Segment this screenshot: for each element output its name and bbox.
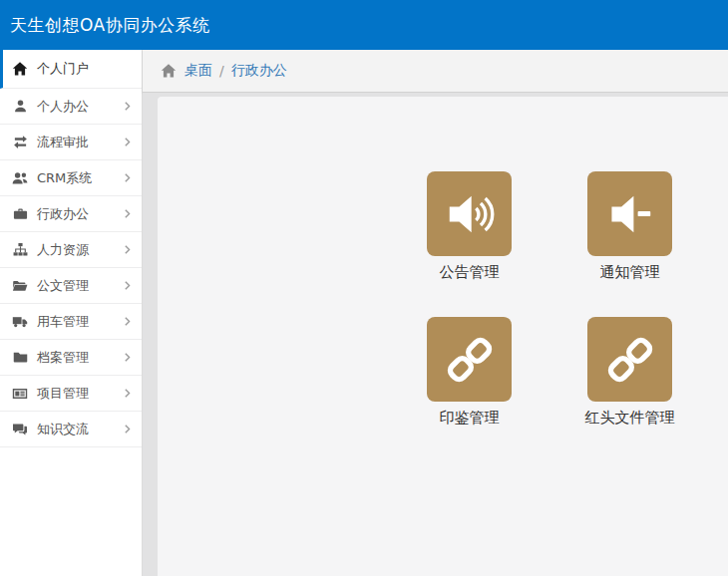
comments-icon — [12, 422, 28, 437]
chevron-right-icon — [122, 137, 134, 148]
folder-icon — [12, 350, 28, 366]
users-icon — [12, 170, 28, 186]
sidebar-item-label: 档案管理 — [37, 349, 122, 367]
chevron-right-icon — [122, 424, 134, 435]
app-tile-label: 印鉴管理 — [440, 409, 500, 428]
app-tile-2[interactable]: 印鉴管理 — [427, 317, 512, 402]
chevron-right-icon — [122, 352, 134, 364]
sidebar-item-label: 人力资源 — [37, 241, 122, 259]
app-tile-label: 通知管理 — [600, 263, 660, 282]
chain-icon — [443, 333, 497, 387]
app-tile-square — [427, 171, 512, 256]
content-area: 公告管理 通知管理 印鉴管理 红头文件管理 — [143, 93, 728, 576]
app-tile-label: 红头文件管理 — [585, 409, 675, 428]
briefcase-icon — [12, 206, 28, 222]
sidebar-item-label: 项目管理 — [37, 385, 122, 403]
sidebar-item-label: 用车管理 — [37, 313, 122, 331]
app-tile-square — [587, 317, 672, 402]
folder-open-icon — [12, 278, 28, 294]
sidebar-item-0[interactable]: 个人门户 — [0, 50, 142, 89]
sidebar-item-label: 流程审批 — [37, 134, 122, 151]
sidebar-item-5[interactable]: 人力资源 — [0, 232, 142, 268]
sidebar-item-10[interactable]: 知识交流 — [0, 412, 142, 447]
chevron-right-icon — [122, 244, 134, 256]
chain-icon — [603, 333, 657, 387]
volume-up-icon — [443, 187, 497, 241]
truck-icon — [12, 314, 28, 330]
sidebar-item-7[interactable]: 用车管理 — [0, 304, 142, 340]
app-header: 天生创想OA协同办公系统 — [0, 0, 728, 50]
sidebar-item-1[interactable]: 个人办公 — [0, 89, 142, 125]
sidebar-item-4[interactable]: 行政办公 — [0, 196, 142, 232]
sidebar-item-label: 个人办公 — [37, 98, 122, 116]
sidebar-item-3[interactable]: CRM系统 — [0, 160, 142, 196]
volume-minus-icon — [603, 187, 657, 241]
sidebar: 个人门户 个人办公 流程审批 CRM系统 行政办公 人力资源 公文管理 用车管理 — [0, 50, 143, 576]
home-icon — [161, 63, 178, 80]
breadcrumb-separator: / — [219, 63, 224, 79]
app-tile-0[interactable]: 公告管理 — [427, 171, 512, 256]
app-tile-square — [587, 171, 672, 256]
newspaper-icon — [12, 386, 28, 402]
sidebar-item-9[interactable]: 项目管理 — [0, 376, 142, 412]
breadcrumb-link-0[interactable]: 桌面 — [184, 62, 212, 80]
sidebar-item-label: 个人门户 — [37, 60, 134, 78]
app-tile-square — [427, 317, 512, 402]
breadcrumb-link-1[interactable]: 行政办公 — [231, 62, 287, 80]
home-icon — [12, 61, 28, 77]
app-tile-3[interactable]: 红头文件管理 — [587, 317, 672, 402]
app-title: 天生创想OA协同办公系统 — [10, 14, 210, 37]
chevron-right-icon — [122, 101, 134, 113]
sidebar-item-8[interactable]: 档案管理 — [0, 340, 142, 376]
sitemap-icon — [12, 242, 28, 258]
breadcrumb: 桌面/行政办公 — [143, 50, 728, 93]
user-icon — [12, 99, 28, 115]
chevron-right-icon — [122, 316, 134, 328]
sidebar-item-label: 公文管理 — [37, 277, 122, 295]
app-tile-1[interactable]: 通知管理 — [587, 171, 672, 256]
sidebar-item-label: CRM系统 — [37, 169, 122, 187]
chevron-right-icon — [122, 208, 134, 220]
chevron-right-icon — [122, 280, 134, 292]
sidebar-item-2[interactable]: 流程审批 — [0, 125, 142, 160]
sidebar-item-6[interactable]: 公文管理 — [0, 268, 142, 304]
sidebar-item-label: 行政办公 — [37, 205, 122, 223]
chevron-right-icon — [122, 388, 134, 400]
app-tile-label: 公告管理 — [440, 263, 500, 282]
chevron-right-icon — [122, 172, 134, 184]
sidebar-item-label: 知识交流 — [37, 421, 122, 438]
retweet-icon — [12, 135, 28, 150]
content-panel: 公告管理 通知管理 印鉴管理 红头文件管理 — [158, 97, 728, 576]
